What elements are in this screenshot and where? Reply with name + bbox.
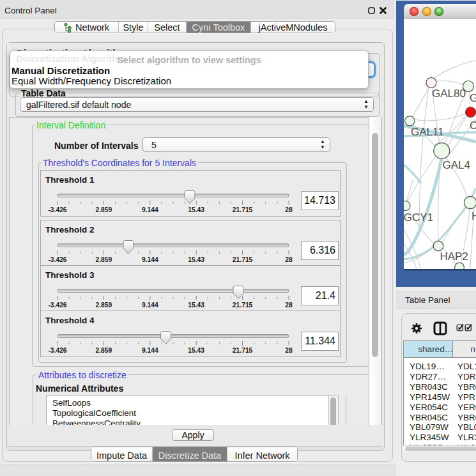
svg-text:28: 28 xyxy=(285,206,293,213)
svg-text:9.144: 9.144 xyxy=(142,347,158,354)
svg-text:-3.426: -3.426 xyxy=(48,347,66,354)
svg-text:9.144: 9.144 xyxy=(142,206,158,213)
svg-text:-3.426: -3.426 xyxy=(48,206,66,213)
svg-text:H: H xyxy=(472,210,476,222)
svg-text:21.715: 21.715 xyxy=(233,302,253,309)
svg-text:15.43: 15.43 xyxy=(188,206,204,213)
svg-text:15.43: 15.43 xyxy=(188,302,204,309)
svg-text:9.144: 9.144 xyxy=(142,256,158,263)
svg-text:2.859: 2.859 xyxy=(96,302,112,309)
svg-text:-3.426: -3.426 xyxy=(48,256,66,263)
svg-text:15.43: 15.43 xyxy=(188,347,204,354)
svg-text:28: 28 xyxy=(285,347,293,354)
svg-text:GA: GA xyxy=(470,92,476,104)
svg-text:CY: CY xyxy=(470,119,476,132)
svg-text:-3.426: -3.426 xyxy=(48,302,66,309)
svg-text:2.859: 2.859 xyxy=(96,206,112,213)
svg-text:21.715: 21.715 xyxy=(233,347,253,354)
svg-text:2.859: 2.859 xyxy=(96,256,112,263)
svg-text:21.715: 21.715 xyxy=(233,256,253,263)
svg-text:21.715: 21.715 xyxy=(233,206,253,213)
svg-text:15.43: 15.43 xyxy=(188,256,204,263)
svg-text:HAP2: HAP2 xyxy=(440,250,468,263)
svg-text:GAL80: GAL80 xyxy=(432,88,466,100)
svg-text:GAL4: GAL4 xyxy=(443,159,470,171)
svg-text:28: 28 xyxy=(285,302,293,309)
svg-text:28: 28 xyxy=(285,256,293,263)
svg-text:2.859: 2.859 xyxy=(96,347,112,354)
svg-text:GAL11: GAL11 xyxy=(411,126,444,138)
svg-text:9.144: 9.144 xyxy=(142,302,158,309)
svg-text:GCY1: GCY1 xyxy=(404,211,433,224)
